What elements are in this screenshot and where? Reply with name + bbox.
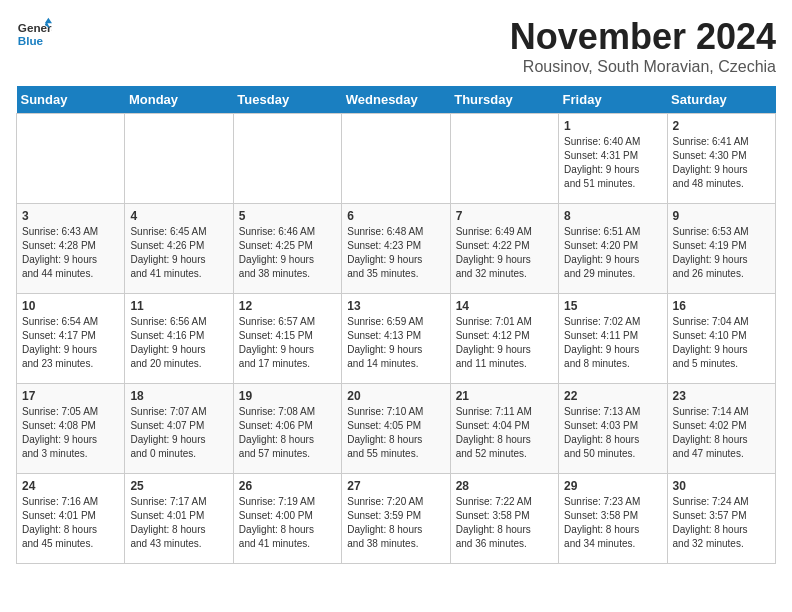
day-info: Sunrise: 6:49 AM Sunset: 4:22 PM Dayligh… <box>456 225 553 281</box>
day-info: Sunrise: 6:53 AM Sunset: 4:19 PM Dayligh… <box>673 225 770 281</box>
calendar-cell: 11Sunrise: 6:56 AM Sunset: 4:16 PM Dayli… <box>125 294 233 384</box>
calendar-cell <box>342 114 450 204</box>
day-number: 7 <box>456 209 553 223</box>
logo: General Blue <box>16 16 52 52</box>
calendar-cell: 5Sunrise: 6:46 AM Sunset: 4:25 PM Daylig… <box>233 204 341 294</box>
calendar-cell <box>125 114 233 204</box>
day-number: 19 <box>239 389 336 403</box>
weekday-header-cell: Thursday <box>450 86 558 114</box>
day-number: 22 <box>564 389 661 403</box>
day-number: 14 <box>456 299 553 313</box>
day-info: Sunrise: 6:48 AM Sunset: 4:23 PM Dayligh… <box>347 225 444 281</box>
calendar-cell: 26Sunrise: 7:19 AM Sunset: 4:00 PM Dayli… <box>233 474 341 564</box>
calendar-week-row: 24Sunrise: 7:16 AM Sunset: 4:01 PM Dayli… <box>17 474 776 564</box>
calendar-cell: 27Sunrise: 7:20 AM Sunset: 3:59 PM Dayli… <box>342 474 450 564</box>
title-block: November 2024 Rousinov, South Moravian, … <box>510 16 776 76</box>
weekday-header-cell: Saturday <box>667 86 775 114</box>
calendar-cell: 28Sunrise: 7:22 AM Sunset: 3:58 PM Dayli… <box>450 474 558 564</box>
weekday-header-row: SundayMondayTuesdayWednesdayThursdayFrid… <box>17 86 776 114</box>
day-number: 4 <box>130 209 227 223</box>
day-info: Sunrise: 7:24 AM Sunset: 3:57 PM Dayligh… <box>673 495 770 551</box>
day-number: 3 <box>22 209 119 223</box>
day-number: 28 <box>456 479 553 493</box>
day-info: Sunrise: 6:59 AM Sunset: 4:13 PM Dayligh… <box>347 315 444 371</box>
day-number: 10 <box>22 299 119 313</box>
day-info: Sunrise: 6:46 AM Sunset: 4:25 PM Dayligh… <box>239 225 336 281</box>
calendar-cell: 18Sunrise: 7:07 AM Sunset: 4:07 PM Dayli… <box>125 384 233 474</box>
day-number: 30 <box>673 479 770 493</box>
calendar-cell: 8Sunrise: 6:51 AM Sunset: 4:20 PM Daylig… <box>559 204 667 294</box>
day-number: 5 <box>239 209 336 223</box>
day-number: 11 <box>130 299 227 313</box>
day-number: 8 <box>564 209 661 223</box>
calendar-cell <box>450 114 558 204</box>
day-info: Sunrise: 7:10 AM Sunset: 4:05 PM Dayligh… <box>347 405 444 461</box>
day-number: 18 <box>130 389 227 403</box>
day-info: Sunrise: 7:14 AM Sunset: 4:02 PM Dayligh… <box>673 405 770 461</box>
day-number: 15 <box>564 299 661 313</box>
calendar-cell: 12Sunrise: 6:57 AM Sunset: 4:15 PM Dayli… <box>233 294 341 384</box>
logo-icon: General Blue <box>16 16 52 52</box>
weekday-header-cell: Monday <box>125 86 233 114</box>
day-info: Sunrise: 7:19 AM Sunset: 4:00 PM Dayligh… <box>239 495 336 551</box>
calendar-cell: 21Sunrise: 7:11 AM Sunset: 4:04 PM Dayli… <box>450 384 558 474</box>
calendar-cell: 22Sunrise: 7:13 AM Sunset: 4:03 PM Dayli… <box>559 384 667 474</box>
weekday-header-cell: Sunday <box>17 86 125 114</box>
day-info: Sunrise: 7:20 AM Sunset: 3:59 PM Dayligh… <box>347 495 444 551</box>
calendar-cell: 10Sunrise: 6:54 AM Sunset: 4:17 PM Dayli… <box>17 294 125 384</box>
day-number: 6 <box>347 209 444 223</box>
day-info: Sunrise: 6:57 AM Sunset: 4:15 PM Dayligh… <box>239 315 336 371</box>
weekday-header-cell: Wednesday <box>342 86 450 114</box>
day-info: Sunrise: 7:07 AM Sunset: 4:07 PM Dayligh… <box>130 405 227 461</box>
month-title: November 2024 <box>510 16 776 58</box>
weekday-header-cell: Tuesday <box>233 86 341 114</box>
calendar-table: SundayMondayTuesdayWednesdayThursdayFrid… <box>16 86 776 564</box>
day-number: 25 <box>130 479 227 493</box>
calendar-week-row: 1Sunrise: 6:40 AM Sunset: 4:31 PM Daylig… <box>17 114 776 204</box>
day-number: 9 <box>673 209 770 223</box>
calendar-cell <box>233 114 341 204</box>
day-number: 2 <box>673 119 770 133</box>
day-number: 17 <box>22 389 119 403</box>
day-info: Sunrise: 7:04 AM Sunset: 4:10 PM Dayligh… <box>673 315 770 371</box>
day-number: 21 <box>456 389 553 403</box>
day-info: Sunrise: 7:01 AM Sunset: 4:12 PM Dayligh… <box>456 315 553 371</box>
calendar-cell: 30Sunrise: 7:24 AM Sunset: 3:57 PM Dayli… <box>667 474 775 564</box>
header: General Blue November 2024 Rousinov, Sou… <box>16 16 776 76</box>
day-info: Sunrise: 7:23 AM Sunset: 3:58 PM Dayligh… <box>564 495 661 551</box>
calendar-cell: 13Sunrise: 6:59 AM Sunset: 4:13 PM Dayli… <box>342 294 450 384</box>
calendar-cell: 14Sunrise: 7:01 AM Sunset: 4:12 PM Dayli… <box>450 294 558 384</box>
day-number: 26 <box>239 479 336 493</box>
day-number: 20 <box>347 389 444 403</box>
calendar-cell: 9Sunrise: 6:53 AM Sunset: 4:19 PM Daylig… <box>667 204 775 294</box>
calendar-cell: 15Sunrise: 7:02 AM Sunset: 4:11 PM Dayli… <box>559 294 667 384</box>
day-number: 13 <box>347 299 444 313</box>
day-number: 23 <box>673 389 770 403</box>
calendar-cell: 1Sunrise: 6:40 AM Sunset: 4:31 PM Daylig… <box>559 114 667 204</box>
day-number: 24 <box>22 479 119 493</box>
calendar-week-row: 3Sunrise: 6:43 AM Sunset: 4:28 PM Daylig… <box>17 204 776 294</box>
calendar-cell: 3Sunrise: 6:43 AM Sunset: 4:28 PM Daylig… <box>17 204 125 294</box>
day-info: Sunrise: 7:16 AM Sunset: 4:01 PM Dayligh… <box>22 495 119 551</box>
calendar-cell: 24Sunrise: 7:16 AM Sunset: 4:01 PM Dayli… <box>17 474 125 564</box>
calendar-cell: 29Sunrise: 7:23 AM Sunset: 3:58 PM Dayli… <box>559 474 667 564</box>
day-info: Sunrise: 6:40 AM Sunset: 4:31 PM Dayligh… <box>564 135 661 191</box>
calendar-cell: 23Sunrise: 7:14 AM Sunset: 4:02 PM Dayli… <box>667 384 775 474</box>
day-info: Sunrise: 7:13 AM Sunset: 4:03 PM Dayligh… <box>564 405 661 461</box>
svg-text:Blue: Blue <box>18 34 44 47</box>
day-number: 1 <box>564 119 661 133</box>
day-info: Sunrise: 6:41 AM Sunset: 4:30 PM Dayligh… <box>673 135 770 191</box>
calendar-cell: 19Sunrise: 7:08 AM Sunset: 4:06 PM Dayli… <box>233 384 341 474</box>
day-number: 16 <box>673 299 770 313</box>
day-info: Sunrise: 6:51 AM Sunset: 4:20 PM Dayligh… <box>564 225 661 281</box>
calendar-cell <box>17 114 125 204</box>
calendar-week-row: 10Sunrise: 6:54 AM Sunset: 4:17 PM Dayli… <box>17 294 776 384</box>
calendar-cell: 20Sunrise: 7:10 AM Sunset: 4:05 PM Dayli… <box>342 384 450 474</box>
calendar-cell: 4Sunrise: 6:45 AM Sunset: 4:26 PM Daylig… <box>125 204 233 294</box>
day-info: Sunrise: 7:05 AM Sunset: 4:08 PM Dayligh… <box>22 405 119 461</box>
day-info: Sunrise: 6:45 AM Sunset: 4:26 PM Dayligh… <box>130 225 227 281</box>
calendar-cell: 17Sunrise: 7:05 AM Sunset: 4:08 PM Dayli… <box>17 384 125 474</box>
day-info: Sunrise: 6:43 AM Sunset: 4:28 PM Dayligh… <box>22 225 119 281</box>
day-number: 12 <box>239 299 336 313</box>
day-number: 29 <box>564 479 661 493</box>
